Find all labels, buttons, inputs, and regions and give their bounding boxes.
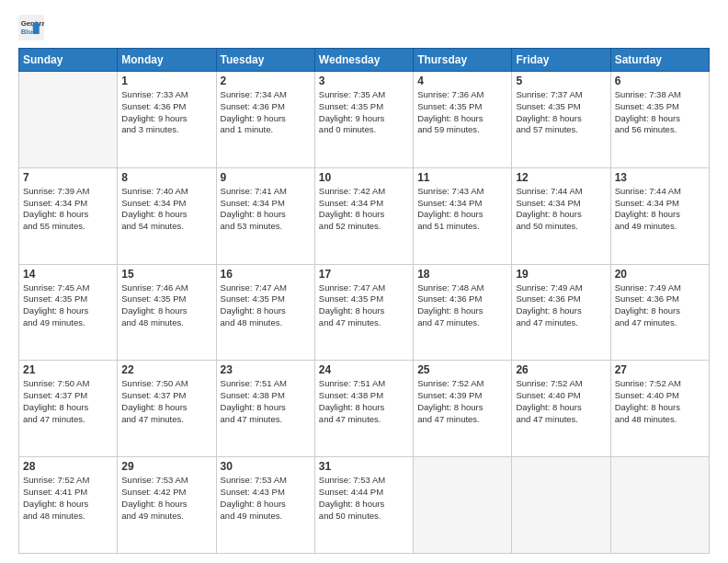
calendar-cell-3-0: 21Sunrise: 7:50 AMSunset: 4:37 PMDayligh… xyxy=(19,361,118,457)
day-info: Sunrise: 7:48 AMSunset: 4:36 PMDaylight:… xyxy=(417,282,507,329)
day-number: 31 xyxy=(319,460,409,473)
day-number: 30 xyxy=(221,460,311,473)
day-info: Sunrise: 7:50 AMSunset: 4:37 PMDaylight:… xyxy=(121,378,211,425)
day-info: Sunrise: 7:44 AMSunset: 4:34 PMDaylight:… xyxy=(615,186,705,233)
day-number: 22 xyxy=(121,363,211,376)
calendar-cell-2-3: 17Sunrise: 7:47 AMSunset: 4:35 PMDayligh… xyxy=(314,264,413,361)
day-number: 17 xyxy=(319,268,409,281)
day-info: Sunrise: 7:52 AMSunset: 4:39 PMDaylight:… xyxy=(417,378,507,425)
day-number: 27 xyxy=(615,363,705,376)
calendar-cell-3-6: 27Sunrise: 7:52 AMSunset: 4:40 PMDayligh… xyxy=(610,361,709,457)
day-number: 25 xyxy=(417,363,507,376)
day-number: 9 xyxy=(221,171,311,184)
calendar-cell-4-4 xyxy=(414,457,512,554)
day-info: Sunrise: 7:33 AMSunset: 4:36 PMDaylight:… xyxy=(121,89,211,136)
day-info: Sunrise: 7:43 AMSunset: 4:34 PMDaylight:… xyxy=(417,186,507,233)
day-number: 4 xyxy=(417,75,507,87)
calendar-cell-1-4: 11Sunrise: 7:43 AMSunset: 4:34 PMDayligh… xyxy=(414,167,512,264)
day-number: 28 xyxy=(23,460,113,473)
week-row-0: 1Sunrise: 7:33 AMSunset: 4:36 PMDaylight… xyxy=(19,72,710,168)
calendar-cell-2-1: 15Sunrise: 7:46 AMSunset: 4:35 PMDayligh… xyxy=(118,264,216,361)
header: General Blue xyxy=(18,15,710,40)
page: General Blue SundayMondayTuesdayWednesda… xyxy=(0,0,728,563)
day-number: 16 xyxy=(221,268,311,281)
day-number: 21 xyxy=(23,363,113,376)
calendar-cell-1-5: 12Sunrise: 7:44 AMSunset: 4:34 PMDayligh… xyxy=(512,167,610,264)
svg-text:General: General xyxy=(21,19,44,28)
weekday-header-thursday: Thursday xyxy=(414,49,512,72)
day-info: Sunrise: 7:52 AMSunset: 4:40 PMDaylight:… xyxy=(615,378,705,425)
day-number: 2 xyxy=(221,75,311,87)
day-number: 14 xyxy=(23,268,113,281)
day-info: Sunrise: 7:49 AMSunset: 4:36 PMDaylight:… xyxy=(615,282,705,329)
calendar-cell-3-2: 23Sunrise: 7:51 AMSunset: 4:38 PMDayligh… xyxy=(216,361,314,457)
calendar-cell-1-6: 13Sunrise: 7:44 AMSunset: 4:34 PMDayligh… xyxy=(610,167,709,264)
day-number: 13 xyxy=(615,171,705,184)
calendar-cell-3-3: 24Sunrise: 7:51 AMSunset: 4:38 PMDayligh… xyxy=(314,361,413,457)
day-info: Sunrise: 7:47 AMSunset: 4:35 PMDaylight:… xyxy=(319,282,409,329)
calendar-cell-1-3: 10Sunrise: 7:42 AMSunset: 4:34 PMDayligh… xyxy=(314,167,413,264)
weekday-header-wednesday: Wednesday xyxy=(314,49,413,72)
day-number: 20 xyxy=(615,268,705,281)
calendar-cell-4-0: 28Sunrise: 7:52 AMSunset: 4:41 PMDayligh… xyxy=(19,457,118,554)
day-number: 26 xyxy=(516,363,606,376)
day-number: 12 xyxy=(516,171,606,184)
calendar-cell-2-6: 20Sunrise: 7:49 AMSunset: 4:36 PMDayligh… xyxy=(610,264,709,361)
day-info: Sunrise: 7:35 AMSunset: 4:35 PMDaylight:… xyxy=(319,89,409,136)
calendar-cell-3-1: 22Sunrise: 7:50 AMSunset: 4:37 PMDayligh… xyxy=(118,361,216,457)
day-info: Sunrise: 7:36 AMSunset: 4:35 PMDaylight:… xyxy=(417,89,507,136)
calendar-cell-0-1: 1Sunrise: 7:33 AMSunset: 4:36 PMDaylight… xyxy=(118,72,216,168)
calendar-cell-1-2: 9Sunrise: 7:41 AMSunset: 4:34 PMDaylight… xyxy=(216,167,314,264)
day-info: Sunrise: 7:53 AMSunset: 4:43 PMDaylight:… xyxy=(221,475,311,522)
calendar-cell-0-3: 3Sunrise: 7:35 AMSunset: 4:35 PMDaylight… xyxy=(314,72,413,168)
calendar-cell-4-5 xyxy=(512,457,610,554)
calendar-cell-4-3: 31Sunrise: 7:53 AMSunset: 4:44 PMDayligh… xyxy=(314,457,413,554)
logo: General Blue xyxy=(18,15,48,40)
week-row-1: 7Sunrise: 7:39 AMSunset: 4:34 PMDaylight… xyxy=(19,167,710,264)
day-number: 23 xyxy=(221,363,311,376)
calendar-cell-3-4: 25Sunrise: 7:52 AMSunset: 4:39 PMDayligh… xyxy=(414,361,512,457)
week-row-3: 21Sunrise: 7:50 AMSunset: 4:37 PMDayligh… xyxy=(19,361,710,457)
day-number: 5 xyxy=(516,75,606,87)
day-info: Sunrise: 7:40 AMSunset: 4:34 PMDaylight:… xyxy=(121,186,211,233)
day-info: Sunrise: 7:52 AMSunset: 4:41 PMDaylight:… xyxy=(23,475,113,522)
calendar-cell-4-6 xyxy=(610,457,709,554)
calendar-cell-0-2: 2Sunrise: 7:34 AMSunset: 4:36 PMDaylight… xyxy=(216,72,314,168)
day-number: 10 xyxy=(319,171,409,184)
day-number: 3 xyxy=(319,75,409,87)
day-number: 19 xyxy=(516,268,606,281)
calendar-cell-2-2: 16Sunrise: 7:47 AMSunset: 4:35 PMDayligh… xyxy=(216,264,314,361)
weekday-header-friday: Friday xyxy=(512,49,610,72)
weekday-header-saturday: Saturday xyxy=(610,49,709,72)
calendar-cell-2-4: 18Sunrise: 7:48 AMSunset: 4:36 PMDayligh… xyxy=(414,264,512,361)
calendar-cell-4-2: 30Sunrise: 7:53 AMSunset: 4:43 PMDayligh… xyxy=(216,457,314,554)
calendar-cell-4-1: 29Sunrise: 7:53 AMSunset: 4:42 PMDayligh… xyxy=(118,457,216,554)
calendar-cell-2-0: 14Sunrise: 7:45 AMSunset: 4:35 PMDayligh… xyxy=(19,264,118,361)
week-row-2: 14Sunrise: 7:45 AMSunset: 4:35 PMDayligh… xyxy=(19,264,710,361)
calendar-cell-0-0 xyxy=(19,72,118,168)
calendar-cell-3-5: 26Sunrise: 7:52 AMSunset: 4:40 PMDayligh… xyxy=(512,361,610,457)
calendar-cell-1-0: 7Sunrise: 7:39 AMSunset: 4:34 PMDaylight… xyxy=(19,167,118,264)
calendar-table: SundayMondayTuesdayWednesdayThursdayFrid… xyxy=(18,48,710,554)
day-info: Sunrise: 7:49 AMSunset: 4:36 PMDaylight:… xyxy=(516,282,606,329)
day-number: 1 xyxy=(121,75,211,87)
day-info: Sunrise: 7:50 AMSunset: 4:37 PMDaylight:… xyxy=(23,378,113,425)
day-info: Sunrise: 7:42 AMSunset: 4:34 PMDaylight:… xyxy=(319,186,409,233)
day-number: 15 xyxy=(121,268,211,281)
day-info: Sunrise: 7:38 AMSunset: 4:35 PMDaylight:… xyxy=(615,89,705,136)
day-info: Sunrise: 7:53 AMSunset: 4:42 PMDaylight:… xyxy=(121,475,211,522)
day-number: 8 xyxy=(121,171,211,184)
day-number: 18 xyxy=(417,268,507,281)
day-info: Sunrise: 7:53 AMSunset: 4:44 PMDaylight:… xyxy=(319,475,409,522)
day-info: Sunrise: 7:34 AMSunset: 4:36 PMDaylight:… xyxy=(221,89,311,136)
day-info: Sunrise: 7:46 AMSunset: 4:35 PMDaylight:… xyxy=(121,282,211,329)
day-info: Sunrise: 7:39 AMSunset: 4:34 PMDaylight:… xyxy=(23,186,113,233)
day-number: 29 xyxy=(121,460,211,473)
week-row-4: 28Sunrise: 7:52 AMSunset: 4:41 PMDayligh… xyxy=(19,457,710,554)
logo-icon: General Blue xyxy=(18,15,44,40)
weekday-header-row: SundayMondayTuesdayWednesdayThursdayFrid… xyxy=(19,49,710,72)
calendar-cell-0-5: 5Sunrise: 7:37 AMSunset: 4:35 PMDaylight… xyxy=(512,72,610,168)
day-info: Sunrise: 7:41 AMSunset: 4:34 PMDaylight:… xyxy=(221,186,311,233)
calendar-cell-0-4: 4Sunrise: 7:36 AMSunset: 4:35 PMDaylight… xyxy=(414,72,512,168)
calendar-cell-0-6: 6Sunrise: 7:38 AMSunset: 4:35 PMDaylight… xyxy=(610,72,709,168)
